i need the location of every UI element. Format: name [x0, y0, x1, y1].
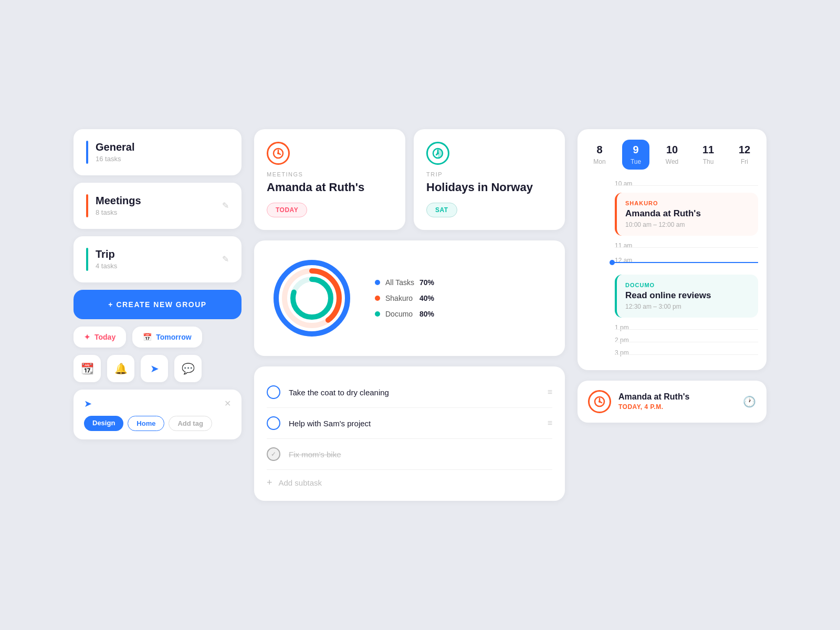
- clock-icon[interactable]: 🕐: [743, 395, 756, 408]
- cal-day-11[interactable]: 11 Thu: [695, 140, 722, 170]
- right-panel: 8 Mon 9 Tue 10 Wed 11 Thu 12 Fri: [578, 129, 766, 501]
- meetings-edit-icon[interactable]: ✎: [222, 201, 229, 211]
- tag-card-icon: ➤: [84, 398, 92, 410]
- trip-accent: [86, 248, 88, 271]
- cal-day-label-8: Mon: [593, 158, 605, 165]
- forward-icon: ➤: [150, 362, 159, 375]
- meetings-event-badge: TODAY: [267, 203, 307, 217]
- forward-icon-btn[interactable]: ➤: [141, 355, 168, 382]
- trip-event-card[interactable]: TRIP Holidays in Norway SAT: [414, 129, 565, 230]
- time-label-10am: 10 am: [615, 180, 632, 187]
- time-11am: 11 am: [615, 242, 758, 253]
- trip-title: Trip: [96, 248, 117, 260]
- legend-documo: Documo 80%: [375, 310, 434, 318]
- task-item-2: Help with Sam's project ≡: [267, 408, 552, 439]
- cal-day-12[interactable]: 12 Fri: [731, 140, 758, 170]
- group-card-general[interactable]: General 16 tasks: [74, 129, 242, 175]
- chart-card: All Tasks 70% Shakuro 40% Documo 80%: [254, 240, 565, 356]
- cal-day-10[interactable]: 10 Wed: [658, 140, 686, 170]
- cal-day-num-11: 11: [702, 144, 714, 156]
- cal-day-num-9: 9: [633, 144, 638, 156]
- documo-event-block[interactable]: DOCUMO Read online reviews 12:30 am – 3:…: [615, 275, 758, 318]
- star-icon: ✦: [84, 333, 90, 341]
- task-menu-1[interactable]: ≡: [548, 387, 552, 397]
- general-tasks: 16 tasks: [96, 155, 134, 163]
- general-accent: [86, 141, 88, 164]
- task-item-3: ✓ Fix mom's bike: [267, 439, 552, 470]
- documo-event-time: 12:30 am – 3:00 pm: [625, 303, 750, 310]
- cal-day-label-9: Tue: [631, 158, 641, 165]
- cal-day-num-12: 12: [739, 144, 750, 156]
- shakuro-event-block[interactable]: SHAKURO Amanda at Ruth's 10:00 am – 12:0…: [615, 193, 758, 236]
- task-menu-2[interactable]: ≡: [548, 418, 552, 428]
- trip-tasks: 4 tasks: [96, 262, 117, 270]
- legend-all-tasks: All Tasks 70%: [375, 278, 434, 287]
- bottom-event-icon: [588, 390, 611, 413]
- general-title: General: [96, 141, 134, 153]
- documo-event-category: DOCUMO: [625, 282, 750, 288]
- shakuro-event-time: 10:00 am – 12:00 am: [625, 221, 750, 228]
- time-1pm: 1 pm: [615, 324, 758, 334]
- add-subtask-button[interactable]: + Add subtask: [267, 470, 552, 490]
- tomorrow-filter-button[interactable]: 📅 Tomorrow: [132, 327, 202, 348]
- tasks-card: Take the coat to dry cleaning ≡ Help wit…: [254, 366, 565, 501]
- meetings-event-card[interactable]: MEETINGS Amanda at Ruth's TODAY: [254, 129, 405, 230]
- time-label-3pm: 3 pm: [615, 349, 629, 356]
- bottom-event-card[interactable]: Amanda at Ruth's TODAY, 4 P.M. 🕐: [578, 381, 766, 423]
- add-subtask-plus-icon: +: [267, 477, 272, 488]
- task-checkbox-3[interactable]: ✓: [267, 447, 280, 461]
- cal-day-9[interactable]: 9 Tue: [622, 140, 649, 170]
- bottom-icons-row: 📆 🔔 ➤ 💬: [74, 355, 242, 382]
- shakuro-event-category: SHAKURO: [625, 200, 750, 206]
- tag-design[interactable]: Design: [84, 416, 123, 431]
- trip-event-category: TRIP: [426, 171, 552, 177]
- calendar-next-icon: 📅: [143, 333, 152, 341]
- legend-label-alltasks: All Tasks: [385, 278, 414, 287]
- meetings-accent: [86, 194, 88, 217]
- time-3pm: 3 pm: [615, 349, 758, 360]
- meetings-event-title: Amanda at Ruth's: [267, 181, 393, 194]
- documo-event-title: Read online reviews: [625, 290, 750, 301]
- cal-day-8[interactable]: 8 Mon: [586, 140, 613, 170]
- calendar-days: 8 Mon 9 Tue 10 Wed 11 Thu 12 Fri: [586, 140, 758, 170]
- bottom-event-time: TODAY, 4 P.M.: [618, 403, 736, 411]
- message-icon: 💬: [182, 362, 195, 375]
- trip-event-badge: SAT: [426, 203, 457, 217]
- message-icon-btn[interactable]: 💬: [174, 355, 202, 382]
- time-2pm: 2 pm: [615, 337, 758, 347]
- event-cards-row: MEETINGS Amanda at Ruth's TODAY TRIP Hol…: [254, 129, 565, 230]
- task-checkbox-1[interactable]: [267, 385, 280, 399]
- group-card-trip[interactable]: Trip 4 tasks ✎: [74, 236, 242, 282]
- calendar-icon-btn[interactable]: 📆: [74, 355, 101, 382]
- time-12am: 12 am: [615, 255, 758, 270]
- tag-home[interactable]: Home: [128, 416, 164, 431]
- donut-chart: [270, 256, 354, 340]
- today-filter-button[interactable]: ✦ Today: [74, 327, 126, 348]
- bottom-event-title: Amanda at Ruth's: [618, 392, 736, 402]
- tag-add[interactable]: Add tag: [169, 416, 212, 431]
- trip-event-title: Holidays in Norway: [426, 181, 552, 194]
- legend-pct-alltasks: 70%: [419, 278, 434, 287]
- calendar-card: 8 Mon 9 Tue 10 Wed 11 Thu 12 Fri: [578, 129, 766, 370]
- task-checkbox-2[interactable]: [267, 416, 280, 430]
- meetings-title: Meetings: [96, 195, 141, 207]
- quick-filters: ✦ Today 📅 Tomorrow: [74, 327, 242, 348]
- time-label-2pm: 2 pm: [615, 337, 629, 344]
- time-10am: 10 am: [615, 180, 758, 191]
- legend-pct-shakuro: 40%: [419, 294, 434, 302]
- cal-day-num-10: 10: [666, 144, 678, 156]
- legend-pct-documo: 80%: [419, 310, 434, 318]
- task-text-2: Help with Sam's project: [289, 419, 539, 428]
- group-card-meetings[interactable]: Meetings 8 tasks ✎: [74, 183, 242, 229]
- bell-icon-btn[interactable]: 🔔: [107, 355, 134, 382]
- legend-dot-shakuro: [375, 296, 380, 301]
- main-container: General 16 tasks Meetings 8 tasks ✎ Trip: [52, 98, 788, 532]
- close-icon[interactable]: ✕: [224, 398, 231, 408]
- legend-shakuro: Shakuro 40%: [375, 294, 434, 302]
- tags-row: Design Home Add tag: [84, 416, 231, 431]
- create-new-group-button[interactable]: + CREATE NEW GROUP: [74, 290, 242, 319]
- trip-edit-icon[interactable]: ✎: [222, 254, 229, 264]
- svg-point-11: [598, 401, 601, 403]
- task-item-1: Take the coat to dry cleaning ≡: [267, 377, 552, 408]
- meetings-event-category: MEETINGS: [267, 171, 393, 177]
